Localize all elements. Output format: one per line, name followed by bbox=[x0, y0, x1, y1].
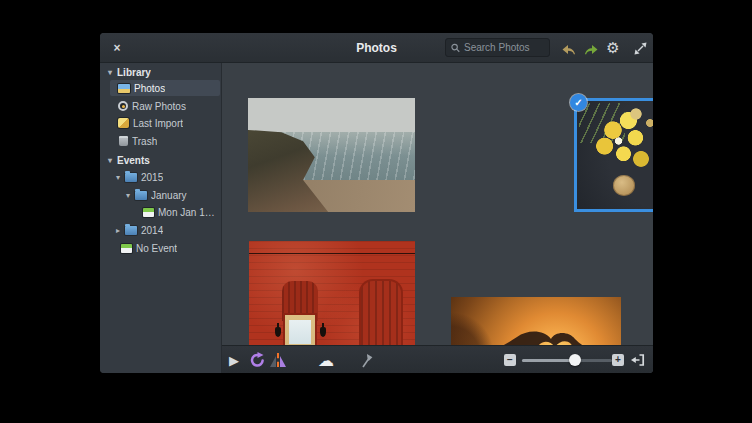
sidebar-item-2015[interactable]: ▾ 2015 bbox=[100, 169, 220, 185]
sidebar-item-trash[interactable]: Trash bbox=[100, 133, 220, 149]
sidebar-item-last-import[interactable]: Last Import bbox=[100, 115, 220, 131]
sidebar-item-label: January bbox=[151, 190, 187, 201]
sidebar-item-2014[interactable]: ▸ 2014 bbox=[100, 222, 220, 238]
bottom-toolbar: ▶ ☁ − + bbox=[222, 345, 653, 373]
sidebar-item-label: Last Import bbox=[133, 118, 183, 129]
redo-button[interactable] bbox=[581, 38, 601, 58]
sidebar-item-label: Mon Jan 12, 20… bbox=[158, 207, 220, 218]
undo-button[interactable] bbox=[558, 38, 578, 58]
section-label: Events bbox=[117, 155, 150, 166]
search-input[interactable] bbox=[464, 42, 544, 53]
flip-horizontal-icon bbox=[270, 353, 286, 367]
rotate-icon bbox=[249, 352, 265, 368]
play-icon: ▶ bbox=[229, 353, 239, 368]
adjust-tools-button[interactable] bbox=[357, 346, 375, 373]
sidebar-item-label: 2015 bbox=[141, 172, 163, 183]
photo-detail bbox=[289, 320, 311, 344]
expand-icon bbox=[634, 42, 647, 55]
photo-detail bbox=[629, 105, 653, 135]
folder-icon bbox=[125, 173, 137, 182]
photo-grid: ✓ bbox=[222, 63, 653, 373]
selected-check-badge[interactable]: ✓ bbox=[570, 94, 587, 111]
event-icon bbox=[143, 208, 154, 217]
search-icon bbox=[451, 43, 460, 53]
search-field[interactable] bbox=[445, 38, 550, 57]
sidebar-item-photos[interactable]: Photos bbox=[110, 80, 220, 96]
cloud-icon: ☁ bbox=[318, 351, 334, 370]
sidebar-item-label: Raw Photos bbox=[132, 101, 186, 112]
sidebar-item-january[interactable]: ▾ January bbox=[100, 187, 220, 203]
photo-detail bbox=[577, 101, 653, 209]
publish-button[interactable]: ☁ bbox=[316, 346, 336, 373]
sidebar-section-events[interactable]: ▾ Events bbox=[100, 152, 220, 168]
flip-button[interactable] bbox=[269, 346, 287, 373]
sidebar-item-label: Trash bbox=[132, 136, 157, 147]
sidebar-section-library[interactable]: ▾ Library bbox=[100, 64, 220, 80]
raw-photos-icon bbox=[118, 101, 128, 111]
event-icon bbox=[121, 244, 132, 253]
last-import-icon bbox=[118, 118, 129, 128]
chevron-down-icon[interactable]: ▾ bbox=[105, 68, 115, 77]
folder-icon bbox=[125, 226, 137, 235]
sidebar-item-label: Photos bbox=[134, 83, 165, 94]
sidebar-toggle-icon bbox=[630, 352, 646, 368]
chevron-right-icon[interactable]: ▸ bbox=[113, 226, 123, 235]
photo-detail bbox=[275, 327, 281, 337]
trash-icon bbox=[119, 136, 128, 146]
slideshow-button[interactable]: ▶ bbox=[226, 346, 242, 373]
header-bar: × Photos ⚙ bbox=[100, 33, 653, 63]
chevron-down-icon[interactable]: ▾ bbox=[113, 173, 123, 182]
redo-icon bbox=[584, 42, 599, 55]
zoom-out-button[interactable]: − bbox=[504, 354, 516, 366]
folder-icon bbox=[135, 191, 147, 200]
photos-app-window: × Photos ⚙ bbox=[100, 33, 653, 373]
photos-icon bbox=[118, 84, 130, 93]
photo-detail bbox=[320, 327, 326, 337]
sidebar-item-label: No Event bbox=[136, 243, 177, 254]
gear-icon: ⚙ bbox=[606, 38, 619, 58]
zoom-slider-track[interactable] bbox=[522, 359, 612, 362]
sidebar-item-raw-photos[interactable]: Raw Photos bbox=[100, 98, 220, 114]
tool-icon bbox=[359, 353, 374, 368]
sidebar-item-mon-jan-12[interactable]: Mon Jan 12, 20… bbox=[100, 204, 220, 220]
sidebar-item-label: 2014 bbox=[141, 225, 163, 236]
zoom-in-button[interactable]: + bbox=[612, 354, 624, 366]
undo-icon bbox=[561, 42, 576, 55]
zoom-slider-handle[interactable] bbox=[569, 354, 581, 366]
photo-thumbnail-coastal-cliff[interactable] bbox=[248, 98, 415, 212]
photo-thumbnail-still-life-selected[interactable]: ✓ bbox=[574, 98, 653, 212]
settings-button[interactable]: ⚙ bbox=[603, 38, 623, 58]
photo-detail bbox=[249, 253, 415, 254]
rotate-button[interactable] bbox=[248, 346, 266, 373]
sidebar-toggle-button[interactable] bbox=[628, 346, 648, 373]
photo-detail bbox=[613, 175, 635, 196]
chevron-down-icon[interactable]: ▾ bbox=[105, 156, 115, 165]
chevron-down-icon[interactable]: ▾ bbox=[123, 191, 133, 200]
fullscreen-button[interactable] bbox=[630, 38, 650, 58]
sidebar-item-no-event[interactable]: No Event bbox=[100, 240, 220, 256]
sidebar: ▾ Library Photos Raw Photos Last Import … bbox=[100, 63, 222, 373]
section-label: Library bbox=[117, 67, 151, 78]
